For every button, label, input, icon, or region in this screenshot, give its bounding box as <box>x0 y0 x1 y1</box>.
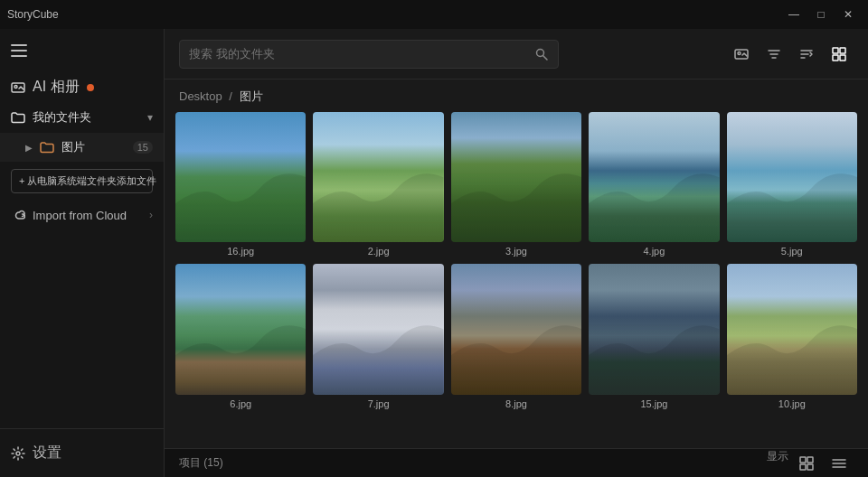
sidebar-item-my-folder[interactable]: 我的文件夹 ▾ <box>0 102 164 133</box>
sidebar-item-ai-album[interactable]: AI 相册 <box>0 72 164 102</box>
view-label: 显示 <box>767 449 788 478</box>
maximize-button[interactable]: □ <box>808 5 834 23</box>
photo-grid: 16.jpg 2.jpg 3.jpg 4.jpg 5.jpg 6.jpg 7.j… <box>165 112 868 448</box>
sidebar-header <box>0 29 164 72</box>
main-layout: AI 相册 我的文件夹 ▾ ▶ 图片 15 + 从电脑系统端文件夹添加文件 <box>0 29 868 477</box>
status-grid-view-button[interactable] <box>792 449 821 478</box>
status-right: 显示 <box>767 449 854 478</box>
photo-item[interactable]: 16.jpg <box>175 112 306 257</box>
status-bar: 项目 (15) 显示 <box>165 448 868 477</box>
hamburger-icon[interactable] <box>11 44 27 57</box>
notification-dot <box>87 84 94 91</box>
image-icon <box>734 47 749 61</box>
photo-thumbnail <box>589 112 719 242</box>
svg-rect-18 <box>807 457 813 463</box>
photo-filename: 3.jpg <box>451 246 581 257</box>
sidebar-item-pictures[interactable]: ▶ 图片 15 <box>0 133 164 162</box>
photo-thumbnail <box>175 112 306 242</box>
status-list-view-button[interactable] <box>825 449 854 478</box>
sort-icon <box>799 47 814 61</box>
photo-filename: 4.jpg <box>589 246 719 257</box>
folder-icon <box>11 110 25 125</box>
image-view-button[interactable] <box>727 40 756 69</box>
content-area: Desktop / 图片 16.jpg 2.jpg 3.jpg 4.jpg 5.… <box>165 29 868 477</box>
content-toolbar <box>165 29 868 80</box>
photo-filename: 16.jpg <box>175 246 306 257</box>
breadcrumb-current: 图片 <box>240 89 263 103</box>
window-controls: — □ ✕ <box>781 5 861 23</box>
svg-point-6 <box>738 51 741 54</box>
cloud-icon <box>11 208 25 222</box>
chevron-down-icon: ▾ <box>147 111 153 124</box>
photo-filename: 7.jpg <box>313 398 443 409</box>
my-folder-label: 我的文件夹 <box>33 109 140 126</box>
svg-rect-17 <box>800 457 806 463</box>
photo-filename: 5.jpg <box>727 246 857 257</box>
svg-point-2 <box>16 452 20 455</box>
photo-filename: 10.jpg <box>727 398 857 409</box>
photo-item[interactable]: 2.jpg <box>313 112 443 257</box>
svg-line-4 <box>543 55 548 60</box>
filter-icon <box>767 47 781 61</box>
pictures-folder-name: 图片 <box>61 139 126 155</box>
svg-point-1 <box>14 85 17 88</box>
svg-rect-15 <box>833 55 838 61</box>
breadcrumb-parent: Desktop <box>179 89 222 103</box>
grid-view-button[interactable] <box>825 40 854 69</box>
photo-filename: 6.jpg <box>175 398 306 409</box>
ai-album-label: AI 相册 <box>33 78 80 97</box>
photo-item[interactable]: 8.jpg <box>451 264 581 408</box>
photo-filename: 2.jpg <box>313 246 443 257</box>
photo-item[interactable]: 5.jpg <box>727 112 857 257</box>
photo-thumbnail <box>727 112 857 242</box>
photo-item[interactable]: 15.jpg <box>589 264 719 408</box>
ai-album-icon <box>11 80 25 95</box>
svg-rect-20 <box>807 464 813 470</box>
title-bar: StoryCube — □ ✕ <box>0 0 868 29</box>
photo-filename: 8.jpg <box>451 398 581 409</box>
expand-icon: ▶ <box>25 143 33 153</box>
photo-thumbnail <box>313 112 443 242</box>
breadcrumb: Desktop / 图片 <box>165 80 868 112</box>
photo-item[interactable]: 7.jpg <box>313 264 443 408</box>
photo-item[interactable]: 3.jpg <box>451 112 581 257</box>
photo-filename: 15.jpg <box>589 398 719 409</box>
toolbar-right <box>727 40 854 69</box>
pictures-folder-count: 15 <box>133 141 153 154</box>
photo-item[interactable]: 6.jpg <box>175 264 306 408</box>
sidebar: AI 相册 我的文件夹 ▾ ▶ 图片 15 + 从电脑系统端文件夹添加文件 <box>0 29 165 477</box>
svg-rect-14 <box>840 48 845 53</box>
sidebar-bottom: 设置 <box>0 428 164 477</box>
breadcrumb-separator: / <box>229 89 232 103</box>
photo-thumbnail <box>175 264 306 394</box>
import-cloud-label: Import from Cloud <box>33 209 142 222</box>
photo-thumbnail <box>451 264 581 394</box>
filter-button[interactable] <box>760 40 788 69</box>
minimize-button[interactable]: — <box>781 5 807 23</box>
settings-label: 设置 <box>33 444 61 463</box>
svg-rect-13 <box>833 48 838 53</box>
photo-thumbnail <box>451 112 581 242</box>
chevron-right-icon: › <box>149 209 153 221</box>
sidebar-item-settings[interactable]: 设置 <box>0 436 164 470</box>
svg-rect-19 <box>800 464 806 470</box>
items-count: 项目 (15) <box>179 455 223 471</box>
title-bar-left: StoryCube <box>7 8 59 21</box>
status-grid-icon <box>799 456 814 471</box>
sidebar-item-import-cloud[interactable]: Import from Cloud › <box>0 201 164 229</box>
settings-icon <box>11 446 25 461</box>
photo-item[interactable]: 10.jpg <box>727 264 857 408</box>
search-bar[interactable] <box>179 40 559 69</box>
search-input[interactable] <box>189 47 527 61</box>
photo-thumbnail <box>313 264 443 394</box>
add-file-button[interactable]: + 从电脑系统端文件夹添加文件 <box>11 169 153 193</box>
app-title: StoryCube <box>7 8 59 21</box>
photo-item[interactable]: 4.jpg <box>589 112 719 257</box>
grid-icon <box>832 47 846 61</box>
sort-button[interactable] <box>792 40 821 69</box>
svg-rect-16 <box>840 55 845 61</box>
close-button[interactable]: ✕ <box>835 5 861 23</box>
subfolder-icon <box>40 140 54 154</box>
search-icon <box>534 47 549 61</box>
status-list-icon <box>832 456 846 471</box>
